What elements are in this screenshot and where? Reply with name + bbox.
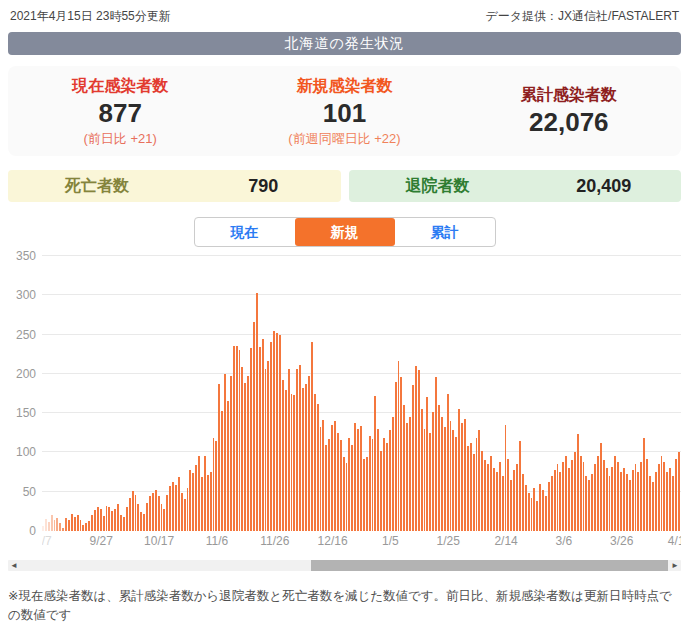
chart-bar[interactable] [591, 474, 593, 531]
chart-bar[interactable] [551, 476, 553, 531]
chart-bar[interactable] [522, 474, 524, 531]
chart-bar[interactable] [545, 496, 547, 531]
chart-bar[interactable] [85, 523, 87, 531]
chart-bar[interactable] [574, 452, 576, 531]
chart-bar[interactable] [302, 388, 304, 531]
chart-bar[interactable] [484, 460, 486, 531]
chart-bar[interactable] [328, 439, 330, 531]
chart-bar[interactable] [412, 385, 414, 531]
chart-bar[interactable] [354, 423, 356, 531]
chart-bar[interactable] [123, 517, 125, 531]
chart-bar[interactable] [620, 472, 622, 531]
chart-bar[interactable] [140, 512, 142, 531]
chart-bar[interactable] [256, 293, 258, 531]
chart-bar[interactable] [499, 462, 501, 531]
chart-bar[interactable] [80, 520, 82, 531]
chart-bar[interactable] [458, 409, 460, 531]
chart-bar[interactable] [45, 519, 47, 531]
chart-bar[interactable] [452, 430, 454, 531]
chart-bar[interactable] [337, 433, 339, 531]
chart-bar[interactable] [227, 401, 229, 531]
chart-bar[interactable] [609, 476, 611, 531]
chart-bar[interactable] [366, 457, 368, 531]
chart-bar[interactable] [293, 395, 295, 531]
chart-bar[interactable] [585, 476, 587, 531]
chart-bar[interactable] [637, 472, 639, 531]
chart-bar[interactable] [152, 493, 154, 531]
chart-bar[interactable] [126, 507, 128, 531]
chart-bar[interactable] [129, 498, 131, 531]
chart-bar[interactable] [114, 509, 116, 531]
chart-bar[interactable] [568, 468, 570, 531]
chart-bar[interactable] [403, 405, 405, 531]
chart-bar[interactable] [239, 350, 241, 531]
chart-bar[interactable] [597, 456, 599, 531]
chart-bar[interactable] [175, 485, 177, 531]
chart-bar[interactable] [372, 439, 374, 531]
chart-bar[interactable] [276, 333, 278, 531]
chart-bar[interactable] [661, 456, 663, 531]
chart-bar[interactable] [531, 498, 533, 531]
chart-bar[interactable] [265, 369, 267, 531]
chart-bar[interactable] [519, 441, 521, 531]
chart-bar[interactable] [632, 470, 634, 531]
chart-bar[interactable] [259, 347, 261, 531]
chart-bar[interactable] [244, 383, 246, 532]
chart-bar[interactable] [646, 459, 648, 531]
chart-bar[interactable] [195, 465, 197, 531]
chart-bar[interactable] [210, 472, 212, 531]
chart-bar[interactable] [322, 420, 324, 531]
chart-bar[interactable] [435, 377, 437, 531]
chart-bar[interactable] [108, 507, 110, 531]
chart-bar[interactable] [348, 438, 350, 532]
chart-bar[interactable] [672, 476, 674, 531]
chart-bar[interactable] [285, 390, 287, 531]
chart-bar[interactable] [557, 464, 559, 531]
chart-bar[interactable] [74, 517, 76, 531]
chart-bar[interactable] [400, 377, 402, 531]
chart-bar[interactable] [236, 346, 238, 531]
chart-bar[interactable] [155, 490, 157, 531]
tab-cumulative[interactable]: 累計 [395, 218, 495, 246]
chart-bar[interactable] [455, 437, 457, 531]
chart-bar[interactable] [88, 521, 90, 531]
chart-bar[interactable] [158, 496, 160, 531]
chart-bar[interactable] [97, 507, 99, 531]
chart-bar[interactable] [473, 454, 475, 531]
chart-bar[interactable] [120, 515, 122, 532]
chart-bar[interactable] [588, 480, 590, 531]
chart-plot-area[interactable] [42, 256, 681, 531]
chart-bar[interactable] [253, 322, 255, 531]
chart-bar[interactable] [513, 470, 515, 531]
chart-bar[interactable] [666, 472, 668, 531]
chart-bar[interactable] [117, 504, 119, 531]
chart-bar[interactable] [432, 412, 434, 531]
chart-bar[interactable] [663, 462, 665, 531]
chart-bar[interactable] [562, 462, 564, 531]
chart-bar[interactable] [383, 438, 385, 531]
chart-bar[interactable] [132, 491, 134, 531]
chart-bar[interactable] [533, 488, 535, 531]
chart-bar[interactable] [447, 394, 449, 532]
chart-bar[interactable] [100, 509, 102, 531]
chart-bar[interactable] [649, 476, 651, 531]
chart-bar[interactable] [629, 480, 631, 531]
chart-bar[interactable] [241, 367, 243, 531]
chart-bar[interactable] [426, 397, 428, 531]
chart-bar[interactable] [424, 429, 426, 531]
chart-bar[interactable] [516, 464, 518, 531]
chart-bar[interactable] [187, 488, 189, 531]
chart-bar[interactable] [548, 482, 550, 531]
chart-bar[interactable] [94, 510, 96, 531]
chart-bar[interactable] [389, 430, 391, 531]
chart-bar[interactable] [224, 374, 226, 531]
chart-bar[interactable] [288, 369, 290, 531]
chart-bar[interactable] [600, 443, 602, 531]
chart-bar[interactable] [218, 384, 220, 531]
chart-bar[interactable] [71, 514, 73, 531]
chart-bar[interactable] [189, 470, 191, 531]
tab-new[interactable]: 新規 [295, 218, 395, 246]
chart-bar[interactable] [450, 421, 452, 531]
chart-bar[interactable] [617, 462, 619, 531]
chart-bar[interactable] [470, 443, 472, 531]
